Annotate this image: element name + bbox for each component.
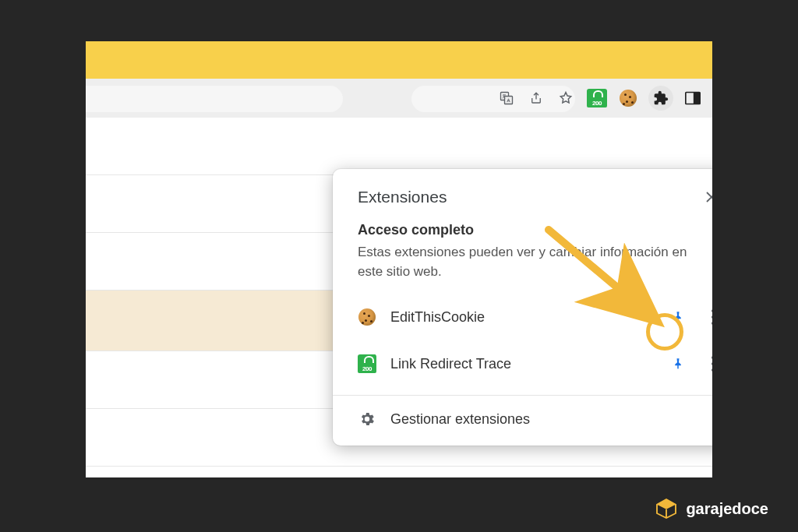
star-icon[interactable] xyxy=(556,89,575,107)
linkredirect-badge-text: 200 xyxy=(592,100,602,107)
cookie-icon xyxy=(358,308,376,326)
gear-icon xyxy=(358,410,376,428)
extension-name: EditThisCookie xyxy=(390,309,652,326)
section-title: Acceso completo xyxy=(333,222,712,243)
svg-rect-1 xyxy=(505,97,513,104)
pin-button[interactable] xyxy=(666,352,690,375)
more-icon[interactable] xyxy=(704,352,712,375)
manage-extensions-button[interactable]: Gestionar extensiones xyxy=(333,396,712,446)
extensions-popup: Extensiones Acceso completo Estas extens… xyxy=(333,169,712,446)
reader-mode-icon[interactable] xyxy=(684,89,701,107)
pin-button[interactable] xyxy=(666,305,690,329)
translate-icon[interactable] xyxy=(497,89,516,107)
address-bar-actions-bg xyxy=(411,86,575,112)
screenshot-frame: 200 Extensiones xyxy=(86,41,712,477)
popup-title: Extensiones xyxy=(358,188,447,206)
extensions-puzzle-icon[interactable] xyxy=(648,86,673,111)
linkredirect-ext-icon[interactable]: 200 xyxy=(586,89,608,107)
manage-extensions-label: Gestionar extensiones xyxy=(390,411,530,428)
svg-rect-3 xyxy=(694,93,700,104)
popup-header: Extensiones xyxy=(333,186,712,222)
cookie-ext-icon[interactable] xyxy=(619,89,637,107)
extension-name: Link Redirect Trace xyxy=(390,356,652,372)
table-row xyxy=(86,118,712,175)
address-bar-left xyxy=(86,86,343,112)
section-description: Estas extensiones pueden ver y cambiar i… xyxy=(333,243,712,294)
more-icon[interactable] xyxy=(704,305,712,329)
extension-row[interactable]: EditThisCookie xyxy=(333,294,712,340)
linkredirect-icon: 200 xyxy=(358,354,376,373)
linkredirect-badge-text: 200 xyxy=(362,365,372,372)
watermark-logo-icon xyxy=(655,498,678,520)
page-header-band xyxy=(86,41,712,79)
close-icon[interactable] xyxy=(701,186,712,208)
watermark: garajedoce xyxy=(655,498,768,520)
extension-row[interactable]: 200 Link Redirect Trace xyxy=(333,340,712,387)
browser-toolbar: 200 xyxy=(86,79,712,118)
share-icon[interactable] xyxy=(527,89,546,107)
watermark-text: garajedoce xyxy=(686,500,768,518)
